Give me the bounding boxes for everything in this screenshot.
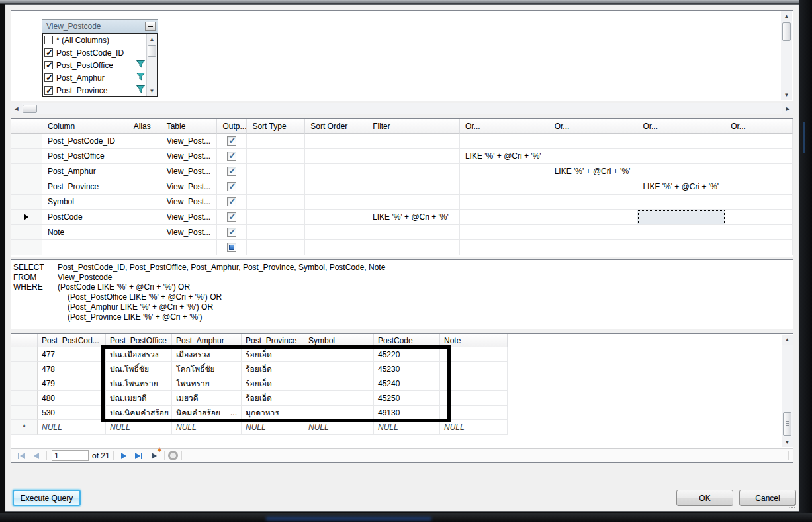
row-selector[interactable]: [11, 347, 38, 362]
criteria-cell-or2[interactable]: [549, 134, 638, 149]
results-cell[interactable]: 478: [38, 362, 106, 376]
criteria-cell-or2[interactable]: LIKE '%' + @Cri + '%': [549, 164, 638, 179]
criteria-cell-or4[interactable]: [725, 195, 793, 210]
criteria-cell-or3[interactable]: [637, 210, 725, 225]
sql-pane[interactable]: SELECTPost_PostCode_ID, Post_PostOffice,…: [11, 259, 793, 329]
criteria-cell-sort_order[interactable]: [305, 179, 367, 195]
results-cell[interactable]: โพนทราย: [172, 376, 242, 391]
criteria-cell-or2[interactable]: [549, 210, 638, 225]
scrollbar-track[interactable]: [38, 103, 782, 114]
criteria-column-header[interactable]: Or...: [637, 119, 725, 134]
scroll-up-icon[interactable]: ▲: [147, 34, 157, 44]
scroll-down-icon[interactable]: ▼: [782, 437, 793, 447]
row-selector[interactable]: [11, 406, 38, 420]
row-selector[interactable]: [11, 164, 42, 179]
results-cell[interactable]: นิคมคำสร้อย...: [172, 406, 242, 420]
minimize-button[interactable]: [145, 22, 156, 31]
criteria-cell-or4[interactable]: [725, 225, 793, 240]
scrollbar-thumb[interactable]: [23, 105, 37, 113]
output-checkbox[interactable]: [227, 167, 236, 176]
scroll-up-icon[interactable]: ▲: [781, 11, 792, 21]
table-column-item[interactable]: Post_PostCode_ID: [42, 46, 158, 59]
criteria-cell-or1[interactable]: [460, 240, 549, 255]
results-cell[interactable]: ปณ.โพนทราย: [106, 376, 172, 391]
criteria-cell-alias[interactable]: [128, 195, 161, 210]
criteria-column-header[interactable]: Alias: [128, 119, 161, 134]
results-cell[interactable]: เมยวดี: [172, 391, 242, 406]
criteria-cell-output[interactable]: [217, 179, 247, 195]
criteria-cell-or3[interactable]: [637, 225, 725, 240]
scroll-right-icon[interactable]: ▶: [782, 103, 793, 114]
diagram-horizontal-scrollbar[interactable]: ◀ ▶: [11, 103, 793, 114]
criteria-cell-output[interactable]: [217, 149, 247, 164]
criteria-cell-alias[interactable]: [128, 134, 161, 149]
criteria-cell-table[interactable]: View_Post...: [161, 195, 218, 210]
results-cell[interactable]: มุกดาหาร: [242, 406, 304, 420]
results-cell[interactable]: [440, 406, 508, 420]
diagram-vertical-scrollbar[interactable]: ▲ ▼: [781, 11, 792, 100]
results-column-header[interactable]: Symbol: [304, 334, 374, 347]
execute-query-button[interactable]: Execute Query: [13, 490, 81, 506]
criteria-cell-column[interactable]: [42, 240, 128, 255]
criteria-cell-filter[interactable]: [367, 195, 460, 210]
criteria-cell-or4[interactable]: [725, 179, 793, 195]
column-checkbox[interactable]: [44, 48, 53, 57]
criteria-column-header[interactable]: Or...: [460, 119, 549, 134]
criteria-column-header[interactable]: Column: [42, 119, 128, 134]
criteria-cell-or4[interactable]: [725, 149, 793, 164]
criteria-cell-or2[interactable]: [549, 179, 638, 195]
results-cell[interactable]: [440, 362, 508, 376]
results-cell[interactable]: [304, 406, 374, 420]
results-cell[interactable]: ร้อยเอ็ด: [242, 362, 304, 376]
results-column-header[interactable]: PostCode: [374, 334, 440, 347]
cancel-button[interactable]: Cancel: [739, 490, 796, 506]
results-cell[interactable]: [304, 376, 374, 391]
criteria-cell-or2[interactable]: [549, 240, 638, 255]
criteria-cell-sort_order[interactable]: [305, 149, 367, 164]
table-column-item[interactable]: Post_PostOffice: [42, 59, 158, 71]
criteria-cell-output[interactable]: [217, 240, 247, 255]
results-column-header[interactable]: Post_PostCod...: [38, 334, 106, 347]
criteria-column-header[interactable]: Filter: [367, 119, 460, 134]
criteria-cell-or3[interactable]: LIKE '%' + @Cri + '%': [637, 179, 725, 195]
new-record-cell[interactable]: NULL: [374, 420, 440, 435]
scroll-down-icon[interactable]: ▼: [781, 90, 792, 100]
criteria-cell-or4[interactable]: [725, 164, 793, 179]
criteria-cell-or1[interactable]: LIKE '%' + @Cri + '%': [460, 149, 549, 164]
output-checkbox[interactable]: [227, 152, 236, 161]
column-checkbox[interactable]: [44, 36, 53, 44]
criteria-cell-output[interactable]: [217, 195, 247, 210]
criteria-cell-or1[interactable]: [460, 210, 549, 225]
scroll-up-icon[interactable]: ▲: [782, 335, 793, 345]
results-cell[interactable]: 49130: [374, 406, 440, 420]
scrollbar-track[interactable]: [781, 42, 792, 90]
row-selector[interactable]: [11, 391, 38, 406]
row-selector-header[interactable]: [11, 119, 42, 134]
results-vertical-scrollbar[interactable]: ▲ ▼: [782, 335, 793, 447]
column-checkbox[interactable]: [44, 86, 53, 95]
criteria-cell-sort_type[interactable]: [247, 225, 305, 240]
results-column-header[interactable]: Post_Amphur: [172, 334, 242, 347]
criteria-cell-table[interactable]: [161, 240, 218, 255]
table-list-scrollbar[interactable]: ▲ ▼: [146, 34, 157, 96]
criteria-cell-sort_order[interactable]: [305, 195, 367, 210]
results-cell[interactable]: 45240: [374, 376, 440, 391]
results-cell[interactable]: ร้อยเอ็ด: [242, 391, 304, 406]
criteria-cell-alias[interactable]: [128, 164, 161, 179]
criteria-cell-or1[interactable]: [460, 225, 549, 240]
criteria-cell-or1[interactable]: [460, 164, 549, 179]
criteria-cell-table[interactable]: View_Post...: [161, 149, 218, 164]
results-cell[interactable]: เมืองสรวง: [172, 347, 242, 362]
scrollbar-thumb[interactable]: [148, 45, 156, 57]
row-selector[interactable]: [11, 179, 42, 195]
criteria-column-header[interactable]: Table: [161, 119, 218, 134]
new-record-selector[interactable]: *: [11, 420, 38, 435]
row-selector[interactable]: [11, 149, 42, 164]
criteria-cell-or1[interactable]: [460, 134, 549, 149]
results-cell[interactable]: [440, 376, 508, 391]
criteria-cell-or4[interactable]: [725, 210, 793, 225]
last-record-button[interactable]: [132, 450, 146, 462]
criteria-cell-table[interactable]: View_Post...: [161, 179, 218, 195]
criteria-column-header[interactable]: Sort Order: [305, 119, 367, 134]
criteria-cell-table[interactable]: View_Post...: [161, 134, 218, 149]
